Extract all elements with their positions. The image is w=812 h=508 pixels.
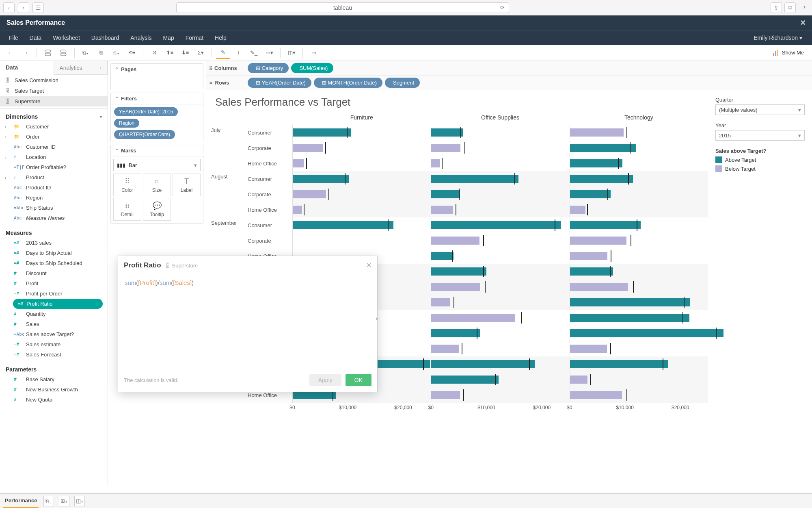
rows-shelf[interactable]: ≡Rows ⊞ YEAR(Order Date)⊞ MONTH(Order Da… — [206, 76, 812, 90]
analytics-tab[interactable]: Analytics‹ — [54, 61, 108, 74]
shelf-pill[interactable]: ⊞ YEAR(Order Date) — [248, 78, 311, 88]
highlight-icon[interactable]: ✎ — [216, 47, 230, 59]
field-ship-status[interactable]: =AbcShip Status — [0, 203, 108, 213]
bar[interactable] — [570, 345, 607, 353]
bar[interactable] — [431, 360, 535, 368]
menu-dashboard[interactable]: Dashboard — [86, 35, 125, 41]
field-customer-id[interactable]: AbcCustomer ID — [0, 142, 108, 152]
bar[interactable] — [431, 128, 463, 137]
share-button[interactable]: ⇪ — [771, 2, 782, 13]
bar[interactable] — [293, 221, 393, 229]
bar[interactable] — [293, 175, 349, 183]
ok-button[interactable]: OK — [346, 374, 371, 386]
bar[interactable] — [431, 221, 561, 229]
menu-worksheet[interactable]: Worksheet — [47, 35, 86, 41]
bar[interactable] — [431, 376, 499, 384]
url-bar[interactable]: tableau ⟳ — [176, 2, 509, 13]
bar[interactable] — [570, 298, 691, 306]
datasource-sales-commission[interactable]: 🗄Sales Commission — [0, 75, 108, 85]
datasource-sales-target[interactable]: 🗄Sales Target — [0, 85, 108, 96]
field-sales-estimate[interactable]: =#Sales estimate — [0, 339, 108, 350]
bar[interactable] — [570, 391, 622, 399]
field-profit[interactable]: #Profit — [0, 278, 108, 289]
bar[interactable] — [431, 237, 479, 245]
back-button[interactable]: ‹ — [3, 2, 15, 13]
show-me-button[interactable]: Show Me — [773, 50, 809, 56]
field-product[interactable]: ›⑃Product — [0, 172, 108, 182]
mark-color[interactable]: ⠿Color — [113, 174, 141, 196]
field-product-id[interactable]: AbcProduct ID — [0, 182, 108, 193]
pages-shelf[interactable]: ⌃Pages — [110, 63, 203, 90]
legend-item[interactable]: Above Target — [715, 156, 805, 163]
bar[interactable] — [431, 298, 450, 306]
field-profit-per-order[interactable]: =#Profit per Order — [0, 289, 108, 299]
data-tab[interactable]: Data — [0, 61, 54, 75]
year-select[interactable]: 2015▾ — [715, 130, 805, 141]
mark-detail[interactable]: ⠶Detail — [113, 198, 141, 221]
new-worksheet-button[interactable]: ⎗₊ — [43, 496, 54, 506]
menu-analysis[interactable]: Analysis — [125, 35, 157, 41]
bar[interactable] — [431, 283, 480, 291]
datasource-superstore[interactable]: 🗄Superstore — [0, 96, 108, 106]
bar[interactable] — [431, 391, 460, 399]
menu-data[interactable]: Data — [24, 35, 48, 41]
calc-title[interactable]: Profit Ratio — [124, 261, 161, 269]
bar[interactable] — [431, 144, 460, 152]
view-icon[interactable]: ◫▾ — [285, 47, 298, 59]
bar[interactable] — [570, 314, 689, 322]
field-customer[interactable]: ›📁Customer — [0, 122, 108, 132]
mark-size[interactable]: ○Size — [143, 174, 171, 196]
expand-icon[interactable]: ▸ — [376, 315, 379, 321]
bar[interactable] — [431, 175, 518, 183]
bar[interactable] — [570, 329, 723, 337]
bar[interactable] — [570, 267, 613, 276]
filter-pill[interactable]: Region — [114, 119, 139, 128]
field-profit-ratio[interactable]: =#Profit Ratio — [13, 299, 103, 309]
bar[interactable] — [431, 206, 453, 214]
bar[interactable] — [570, 144, 636, 152]
field-region[interactable]: AbcRegion — [0, 193, 108, 203]
bar[interactable] — [431, 329, 480, 337]
mark-type-select[interactable]: ▮▮▮ Bar▾ — [113, 159, 201, 171]
bar[interactable] — [570, 190, 611, 198]
bar[interactable] — [293, 159, 304, 167]
fit-icon[interactable]: ▭▾ — [262, 47, 276, 59]
presentation-icon[interactable]: ▭ — [307, 47, 321, 59]
field-sales-above-target?[interactable]: =AbcSales above Target? — [0, 329, 108, 339]
new-datasource-icon[interactable]: + — [41, 47, 55, 59]
new-dashboard-button[interactable]: ⊞₊ — [59, 496, 69, 506]
quarter-select[interactable]: (Multiple values)▾ — [715, 104, 805, 115]
menu-map[interactable]: Map — [157, 35, 179, 41]
mark-tooltip[interactable]: 💬Tooltip — [143, 198, 171, 221]
swap-icon[interactable]: ⤭ — [147, 47, 161, 59]
shelf-pill[interactable]: ⊞ Category — [248, 63, 289, 73]
bar[interactable] — [570, 283, 628, 291]
bar[interactable] — [431, 267, 486, 276]
field-days-to-ship-scheduled[interactable]: =#Days to Ship Scheduled — [0, 258, 108, 268]
bar[interactable] — [570, 376, 588, 384]
worksheet-tab[interactable]: Performance — [3, 494, 39, 508]
redo-button[interactable]: → — [19, 47, 32, 59]
bar[interactable] — [293, 144, 323, 152]
filter-pill[interactable]: YEAR(Order Date): 2015 — [114, 107, 178, 116]
bar[interactable] — [293, 190, 326, 198]
field-measure-names[interactable]: AbcMeasure Names — [0, 213, 108, 223]
bar[interactable] — [570, 360, 668, 368]
bar[interactable] — [293, 206, 302, 214]
field-quantity[interactable]: #Quantity — [0, 309, 108, 319]
close-icon[interactable]: × — [800, 17, 806, 28]
bar[interactable] — [431, 252, 453, 260]
apply-button[interactable]: Apply — [309, 374, 341, 386]
duplicate-icon[interactable]: ⎘ — [94, 47, 108, 59]
field-new-quota[interactable]: #New Quota — [0, 395, 108, 405]
label-icon[interactable]: ✎_ — [247, 47, 261, 59]
bar[interactable] — [570, 206, 585, 214]
sidebar-button[interactable]: ☰ — [32, 2, 44, 13]
bar[interactable] — [431, 190, 460, 198]
refresh-icon[interactable]: ⟳ — [500, 4, 505, 11]
menu-file[interactable]: File — [3, 35, 24, 41]
totals-icon[interactable]: Σ▾ — [194, 47, 207, 59]
menu-format[interactable]: Format — [180, 35, 209, 41]
field-base-salary[interactable]: #Base Salary — [0, 374, 108, 384]
shelf-pill[interactable]: SUM(Sales) — [291, 63, 333, 73]
